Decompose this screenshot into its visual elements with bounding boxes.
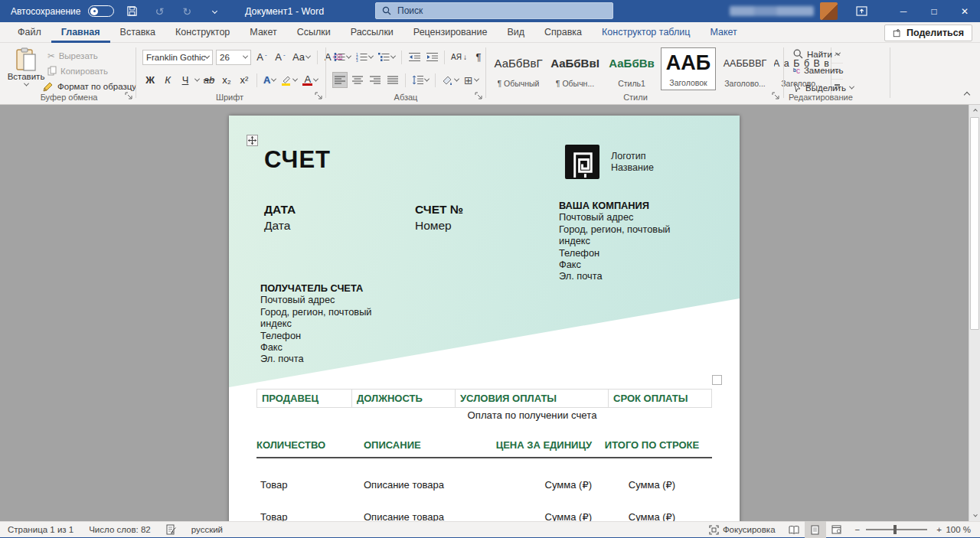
- align-left-button[interactable]: [332, 72, 348, 88]
- font-size-combo[interactable]: 26: [216, 50, 251, 65]
- align-right-button[interactable]: [368, 72, 383, 88]
- invoice-title[interactable]: СЧЕТ: [264, 146, 331, 174]
- invoice-number-field[interactable]: СЧЕТ № Номер: [415, 201, 463, 233]
- show-paragraph-marks-button[interactable]: ¶: [471, 49, 486, 65]
- font-color-button[interactable]: А: [301, 72, 319, 88]
- select-button[interactable]: Выделить: [793, 83, 854, 93]
- subscript-button[interactable]: x₂: [219, 72, 234, 88]
- justify-button[interactable]: [385, 72, 400, 88]
- item-row[interactable]: Товар Описание товара Сумма (₽) Сумма (₽…: [256, 479, 712, 491]
- zoom-slider-thumb[interactable]: [893, 525, 897, 534]
- replace-button[interactable]: ᵇc Заменить: [793, 66, 844, 75]
- word-count[interactable]: Число слов: 82: [81, 521, 158, 538]
- grow-font-button[interactable]: Аˆ: [254, 49, 270, 65]
- format-painter-button[interactable]: Формат по образцу: [43, 81, 136, 92]
- language-indicator[interactable]: русский: [184, 521, 230, 538]
- minimize-button[interactable]: ─: [888, 0, 919, 22]
- print-layout-icon[interactable]: [805, 521, 826, 538]
- table-move-handle-icon[interactable]: [247, 135, 258, 146]
- highlight-button[interactable]: [279, 72, 299, 88]
- zoom-in-icon[interactable]: +: [933, 521, 945, 538]
- increase-indent-button[interactable]: [424, 49, 439, 65]
- borders-button[interactable]: ⊞: [462, 72, 480, 88]
- tab-table-layout[interactable]: Макет: [700, 22, 746, 43]
- styles-dialog-launcher-icon[interactable]: [772, 92, 781, 101]
- collapse-ribbon-icon[interactable]: [965, 89, 969, 99]
- company-logo[interactable]: [564, 144, 600, 180]
- tab-home[interactable]: Главная: [51, 22, 110, 43]
- superscript-button[interactable]: x²: [237, 72, 252, 88]
- bullet-list-button[interactable]: [332, 49, 352, 65]
- web-layout-icon[interactable]: [826, 521, 848, 538]
- bold-button[interactable]: Ж: [142, 72, 158, 88]
- underline-chevron-icon[interactable]: [194, 77, 200, 82]
- close-button[interactable]: ✕: [949, 0, 980, 22]
- strikethrough-button[interactable]: ab: [201, 72, 217, 88]
- align-center-button[interactable]: [350, 72, 365, 88]
- document-page[interactable]: СЧЕТ ЛоготипНазвание ДАТА Дата СЧЕТ № Но…: [229, 116, 740, 521]
- your-company-block[interactable]: ВАША КОМПАНИЯ Почтовый адрес Город, реги…: [559, 200, 698, 282]
- ribbon-display-options-icon[interactable]: [848, 0, 874, 22]
- tab-file[interactable]: Файл: [8, 22, 51, 43]
- text-effects-button[interactable]: А: [262, 72, 277, 88]
- scrollbar-thumb[interactable]: [970, 117, 979, 330]
- tab-layout[interactable]: Макет: [240, 22, 286, 43]
- search-box[interactable]: [375, 2, 613, 19]
- style-no-spacing[interactable]: АаБбВвІ ¶ Обычн...: [547, 47, 603, 90]
- tab-view[interactable]: Вид: [497, 22, 534, 43]
- style-heading1[interactable]: ААББВВГ Заголово...: [717, 47, 773, 90]
- cut-button[interactable]: ✂ Вырезать: [47, 51, 98, 61]
- style-title[interactable]: ААБ Заголовок: [661, 47, 716, 90]
- tab-help[interactable]: Справка: [534, 22, 592, 43]
- font-dialog-launcher-icon[interactable]: [315, 92, 324, 101]
- shrink-font-button[interactable]: Аˇ: [273, 49, 288, 65]
- clipboard-dialog-launcher-icon[interactable]: [125, 92, 134, 101]
- table-resize-handle[interactable]: [712, 375, 722, 385]
- zoom-slider[interactable]: [866, 529, 927, 530]
- zoom-out-icon[interactable]: −: [848, 521, 861, 538]
- tab-design[interactable]: Конструктор: [165, 22, 240, 43]
- save-icon[interactable]: [122, 3, 142, 20]
- numbered-list-button[interactable]: 123: [354, 49, 374, 65]
- avatar[interactable]: [820, 2, 838, 20]
- invoice-info-table[interactable]: ПРОДАВЕЦ ДОЛЖНОСТЬ УСЛОВИЯ ОПЛАТЫ СРОК О…: [256, 389, 712, 408]
- zoom-percentage[interactable]: 100 %: [945, 525, 980, 534]
- page-count[interactable]: Страница 1 из 1: [0, 521, 81, 538]
- style-normal[interactable]: АаБбВвГ ¶ Обычный: [491, 47, 546, 90]
- paragraph-dialog-launcher-icon[interactable]: [475, 92, 484, 101]
- logo-caption[interactable]: ЛоготипНазвание: [611, 144, 654, 180]
- read-mode-icon[interactable]: [783, 521, 805, 538]
- underline-button[interactable]: Ч: [178, 72, 193, 88]
- tab-review[interactable]: Рецензирование: [403, 22, 498, 43]
- maximize-button[interactable]: □: [919, 0, 949, 22]
- shading-button[interactable]: [440, 72, 460, 88]
- tab-references[interactable]: Ссылки: [287, 22, 341, 43]
- italic-button[interactable]: К: [160, 72, 175, 88]
- decrease-indent-button[interactable]: [407, 49, 422, 65]
- autosave-toggle[interactable]: [88, 5, 114, 17]
- vertical-scrollbar[interactable]: [969, 105, 980, 521]
- proofing-icon[interactable]: [158, 521, 184, 538]
- sort-button[interactable]: АЯ↓: [449, 49, 469, 65]
- search-input[interactable]: [397, 5, 581, 16]
- quick-access-chevron-icon[interactable]: [204, 3, 224, 20]
- font-name-combo[interactable]: Franklin Gothic I: [142, 50, 213, 65]
- style-style1[interactable]: АаБбВв Стиль1: [604, 47, 659, 90]
- scroll-up-icon[interactable]: [969, 105, 980, 116]
- copy-button[interactable]: Копировать: [47, 66, 108, 76]
- tab-insert[interactable]: Вставка: [110, 22, 165, 43]
- date-field[interactable]: ДАТА Дата: [264, 201, 296, 233]
- bill-to-block[interactable]: ПОЛУЧАТЕЛЬ СЧЕТА Почтовый адрес Город, р…: [260, 282, 394, 365]
- line-spacing-button[interactable]: [410, 72, 430, 88]
- item-row[interactable]: Товар Описание товара Сумма (₽) Сумма (₽…: [256, 511, 712, 521]
- tab-mailings[interactable]: Рассылки: [341, 22, 403, 43]
- change-case-button[interactable]: Аа: [291, 49, 312, 65]
- payment-terms-value[interactable]: Оплата по получении счета: [456, 409, 609, 421]
- scroll-down-icon[interactable]: [969, 510, 980, 521]
- multilevel-list-button[interactable]: [377, 49, 397, 65]
- find-button[interactable]: Найти: [793, 49, 840, 59]
- share-button[interactable]: Поделиться: [884, 24, 972, 41]
- invoice-items-table[interactable]: КОЛИЧЕСТВО ОПИСАНИЕ ЦЕНА ЗА ЕДИНИЦУ ИТОГ…: [256, 439, 712, 521]
- tab-table-design[interactable]: Конструктор таблиц: [592, 22, 700, 43]
- focus-mode-button[interactable]: Фокусировка: [701, 521, 783, 538]
